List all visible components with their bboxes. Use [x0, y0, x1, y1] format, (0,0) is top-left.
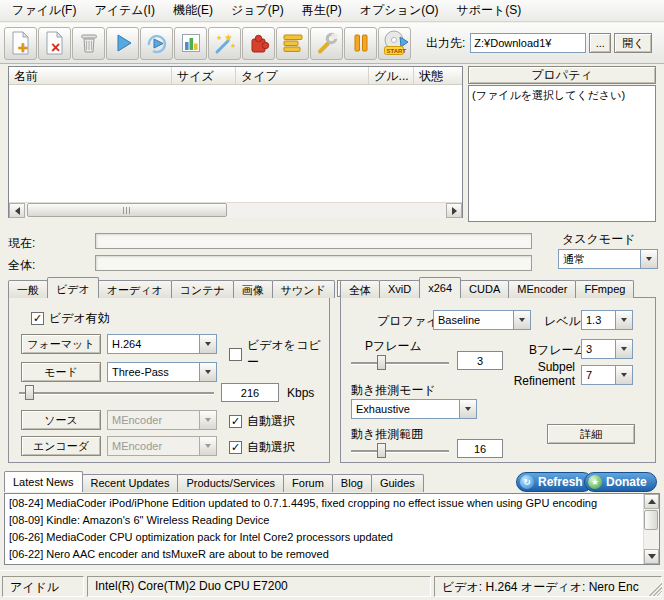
output-dir-input[interactable] [470, 33, 586, 53]
menu-function[interactable]: 機能(E) [164, 0, 222, 22]
tab-guides[interactable]: Guides [371, 474, 424, 492]
task-queue-button[interactable] [276, 27, 309, 60]
slider-thumb[interactable] [377, 355, 386, 370]
video-enabled-checkbox[interactable] [31, 312, 44, 325]
copy-video-checkbox[interactable] [229, 348, 242, 361]
donate-button[interactable]: ★ Donate [584, 472, 657, 492]
tab-latest-news[interactable]: Latest News [4, 471, 83, 492]
remove-file-button[interactable]: × [38, 27, 71, 60]
news-item[interactable]: [06-22] Nero AAC encoder and tsMuxeR are… [9, 546, 639, 563]
tab-mencoder[interactable]: MEncoder [508, 280, 576, 298]
statistics-button[interactable] [174, 27, 207, 60]
tab-video[interactable]: ビデオ [47, 277, 99, 298]
extensions-button[interactable] [242, 27, 275, 60]
level-select[interactable]: 1.3 [581, 310, 633, 330]
source-button[interactable]: ソース [21, 410, 101, 430]
dropdown-button[interactable] [459, 400, 476, 418]
news-item[interactable]: [08-24] MediaCoder iPod/iPhone Edition u… [9, 495, 639, 512]
menu-job[interactable]: ジョブ(P) [222, 0, 293, 22]
tab-overall[interactable]: 全体 [340, 280, 380, 298]
pause-button[interactable] [344, 27, 377, 60]
start-disc-button[interactable]: START [378, 27, 411, 60]
me-range-slider[interactable] [351, 442, 449, 460]
tab-sound[interactable]: サウンド [272, 280, 335, 298]
dropdown-button[interactable] [615, 340, 632, 358]
scroll-up-button[interactable] [644, 494, 659, 509]
mode-select[interactable]: Three-Pass [107, 362, 217, 382]
dropdown-button[interactable] [199, 363, 216, 381]
dropdown-button[interactable] [199, 335, 216, 353]
column-name[interactable]: 名前 [9, 67, 172, 84]
slider-thumb[interactable] [25, 385, 34, 400]
scroll-left-button[interactable] [9, 203, 25, 218]
vertical-scroll-track[interactable] [644, 509, 659, 549]
wizard-button[interactable]: ★ ★ ★ [208, 27, 241, 60]
column-status[interactable]: 状態 [414, 67, 460, 84]
settings-button[interactable] [310, 27, 343, 60]
bframes-select[interactable]: 3 [581, 339, 633, 359]
me-mode-select[interactable]: Exhaustive [351, 399, 477, 419]
menu-options[interactable]: オプション(O) [351, 0, 448, 22]
file-list-body[interactable] [9, 85, 462, 202]
dropdown-button[interactable] [615, 311, 632, 329]
resume-transcode-button[interactable] [140, 27, 173, 60]
arrow-left-icon [15, 207, 20, 215]
scroll-right-button[interactable] [446, 203, 462, 218]
horizontal-scrollbar [9, 202, 462, 218]
chevron-down-icon [621, 347, 627, 351]
encoder-button[interactable]: エンコーダ [21, 436, 101, 456]
format-button[interactable]: フォーマット [21, 334, 101, 354]
tab-x264[interactable]: x264 [419, 277, 461, 298]
clear-list-button[interactable] [72, 27, 105, 60]
column-type[interactable]: タイプ [236, 67, 369, 84]
encoder-auto-checkbox[interactable] [229, 441, 242, 454]
vertical-scroll-thumb[interactable] [644, 510, 658, 530]
slider-thumb[interactable] [377, 443, 386, 458]
tab-audio[interactable]: オーディオ [98, 280, 172, 298]
tab-picture[interactable]: 画像 [233, 280, 273, 298]
menu-playback[interactable]: 再生(P) [293, 0, 351, 22]
tab-blog[interactable]: Blog [332, 474, 372, 492]
mode-button[interactable]: モード [21, 362, 101, 382]
properties-header[interactable]: プロパティ [468, 66, 656, 84]
refresh-button[interactable]: ↻ Refresh [516, 472, 593, 492]
browse-output-button[interactable]: ... [589, 33, 611, 53]
column-size[interactable]: サイズ [172, 67, 236, 84]
bitrate-slider[interactable] [19, 384, 214, 402]
scroll-down-button[interactable] [644, 549, 659, 564]
tab-products-services[interactable]: Products/Services [177, 474, 284, 492]
dropdown-button[interactable] [513, 311, 530, 329]
open-output-button[interactable]: 開く [614, 33, 652, 53]
details-button[interactable]: 詳細 [547, 424, 635, 444]
resize-grip[interactable] [649, 583, 662, 596]
tab-container[interactable]: コンテナ [171, 280, 234, 298]
news-item[interactable]: [08-09] Kindle: Amazon's 6" Wireless Rea… [9, 512, 639, 529]
subpel-select[interactable]: 7 [581, 365, 633, 385]
dropdown-button[interactable] [615, 366, 632, 384]
tab-cuda[interactable]: CUDA [460, 280, 509, 298]
column-group[interactable]: グル... [369, 67, 414, 84]
task-mode-select[interactable]: 通常 [558, 249, 658, 269]
tab-xvid[interactable]: XviD [379, 280, 420, 298]
bitrate-value[interactable]: 216 [221, 383, 279, 402]
horizontal-scroll-thumb[interactable] [27, 203, 227, 217]
pframes-value[interactable]: 3 [457, 351, 503, 370]
profile-select[interactable]: Baseline [433, 310, 531, 330]
start-transcode-button[interactable] [106, 27, 139, 60]
horizontal-scroll-track[interactable] [25, 203, 446, 218]
pframes-slider[interactable] [351, 354, 449, 372]
add-file-button[interactable]: + [4, 27, 37, 60]
menu-file[interactable]: ファイル(F) [3, 0, 85, 22]
menu-support[interactable]: サポート(S) [447, 0, 530, 22]
tab-ffmpeg[interactable]: FFmpeg [575, 280, 634, 298]
menu-item[interactable]: アイテム(I) [85, 0, 163, 22]
source-value: MEncoder [108, 414, 199, 426]
format-select[interactable]: H.264 [107, 334, 217, 354]
tab-general[interactable]: 一般 [8, 280, 48, 298]
me-range-value[interactable]: 16 [457, 439, 503, 458]
news-item[interactable]: [06-26] MediaCoder CPU optimization pack… [9, 529, 639, 546]
tab-recent-updates[interactable]: Recent Updates [82, 474, 179, 492]
dropdown-button[interactable] [640, 250, 657, 268]
tab-forum[interactable]: Forum [283, 474, 333, 492]
source-auto-checkbox[interactable] [229, 415, 242, 428]
